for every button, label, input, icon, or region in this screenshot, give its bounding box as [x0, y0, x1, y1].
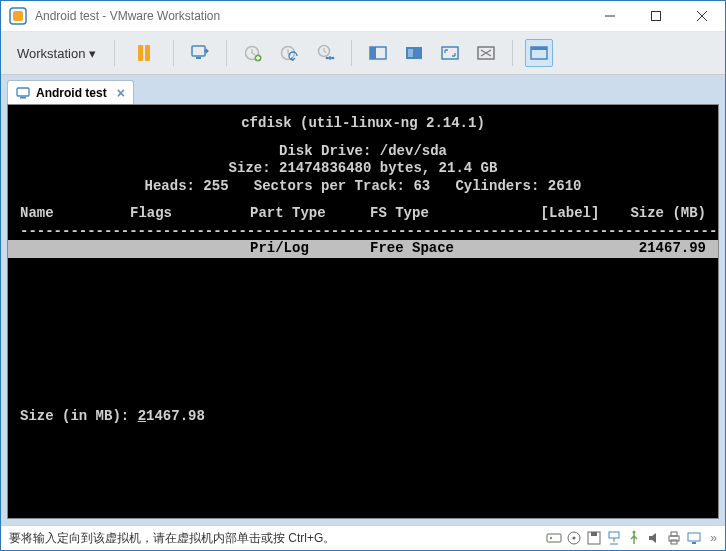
view-unity-button[interactable]: [472, 39, 500, 67]
separator: [351, 40, 352, 66]
close-button[interactable]: [679, 1, 725, 31]
svg-rect-7: [196, 57, 201, 59]
svg-point-25: [550, 537, 552, 539]
disk-size-line: Size: 21474836480 bytes, 21.4 GB: [8, 160, 718, 178]
svg-point-13: [332, 57, 335, 60]
tray-chevron-icon[interactable]: »: [710, 531, 717, 545]
view-single-icon: [368, 43, 388, 63]
statusbar: 要将输入定向到该虚拟机，请在虚拟机内部单击或按 Ctrl+G。 »: [1, 525, 725, 550]
separator: [114, 40, 115, 66]
tab-android-test[interactable]: Android test ×: [7, 80, 134, 104]
svg-rect-21: [531, 47, 547, 50]
clock-tree-icon: [315, 43, 335, 63]
terminal-container: cfdisk (util-linux-ng 2.14.1) Disk Drive…: [1, 104, 725, 525]
col-part-type: Part Type: [250, 205, 370, 223]
device-tray: »: [546, 530, 717, 546]
vm-tab-icon: [16, 86, 30, 100]
clock-revert-icon: [279, 43, 299, 63]
svg-rect-24: [547, 534, 561, 542]
size-input-cursor: 2: [138, 408, 146, 424]
cd-icon[interactable]: [566, 530, 582, 546]
minimize-button[interactable]: [587, 1, 633, 31]
workstation-menu-label: Workstation: [17, 46, 85, 61]
svg-rect-23: [20, 97, 26, 99]
cell-size: 21467.99: [630, 240, 706, 258]
fullscreen-icon: [440, 43, 460, 63]
size-input-rest: 1467.98: [146, 408, 205, 424]
status-message: 要将输入定向到该虚拟机，请在虚拟机内部单击或按 Ctrl+G。: [9, 530, 546, 547]
disk-geom-line: Heads: 255 Sectors per Track: 63 Cylinde…: [8, 178, 718, 196]
svg-rect-33: [671, 532, 677, 536]
svg-rect-29: [591, 532, 597, 536]
partition-row-selected: Pri/Log Free Space 21467.99: [8, 240, 718, 258]
svg-rect-15: [370, 47, 376, 59]
svg-rect-1: [13, 11, 23, 21]
column-header-row: Name Flags Part Type FS Type [Label] Siz…: [8, 205, 718, 223]
disk-drive-line: Disk Drive: /dev/sda: [8, 143, 718, 161]
view-fullscreen-button[interactable]: [436, 39, 464, 67]
display-icon[interactable]: [686, 530, 702, 546]
view-single-button[interactable]: [364, 39, 392, 67]
network-icon[interactable]: [606, 530, 622, 546]
col-size: Size (MB): [630, 205, 706, 223]
cfdisk-title: cfdisk (util-linux-ng 2.14.1): [8, 115, 718, 133]
divider-line: ----------------------------------------…: [8, 223, 718, 241]
tab-close-button[interactable]: ×: [117, 85, 125, 101]
cell-part-type: Pri/Log: [250, 240, 370, 258]
monitor-send-icon: [190, 43, 210, 63]
svg-point-12: [326, 57, 329, 60]
app-icon: [9, 7, 27, 25]
svg-rect-3: [652, 12, 661, 21]
send-ctrl-alt-del-button[interactable]: [186, 39, 214, 67]
view-multimon-button[interactable]: [400, 39, 428, 67]
console-view-icon: [529, 43, 549, 63]
cell-name: [20, 240, 130, 258]
col-flags: Flags: [130, 205, 250, 223]
view-multimon-icon: [404, 43, 424, 63]
svg-point-27: [573, 537, 576, 540]
hdd-icon[interactable]: [546, 530, 562, 546]
dropdown-icon: ▾: [89, 46, 96, 61]
titlebar: Android test - VMware Workstation: [1, 1, 725, 32]
svg-rect-22: [17, 88, 29, 96]
pause-vm-button[interactable]: [127, 39, 161, 67]
tab-strip: Android test ×: [1, 75, 725, 104]
unity-icon: [476, 43, 496, 63]
cell-flags: [130, 240, 250, 258]
separator: [226, 40, 227, 66]
usb-icon[interactable]: [626, 530, 642, 546]
floppy-icon[interactable]: [586, 530, 602, 546]
size-prompt-line: Size (in MB): 21467.98: [8, 408, 718, 426]
snapshot-take-button[interactable]: [239, 39, 267, 67]
col-name: Name: [20, 205, 130, 223]
toolbar: Workstation ▾: [1, 32, 725, 75]
svg-point-31: [633, 531, 636, 534]
sound-icon[interactable]: [646, 530, 662, 546]
window-title: Android test - VMware Workstation: [35, 9, 587, 23]
pause-icon: [138, 45, 150, 61]
cell-label: [510, 240, 630, 258]
svg-rect-17: [408, 49, 413, 57]
printer-icon[interactable]: [666, 530, 682, 546]
cell-fs-type: Free Space: [370, 240, 510, 258]
workstation-menu-button[interactable]: Workstation ▾: [11, 42, 102, 65]
svg-rect-6: [192, 46, 205, 56]
size-prompt-label: Size (in MB):: [20, 408, 138, 424]
separator: [512, 40, 513, 66]
clock-plus-icon: [243, 43, 263, 63]
separator: [173, 40, 174, 66]
snapshot-revert-button[interactable]: [275, 39, 303, 67]
view-console-button[interactable]: [525, 39, 553, 67]
svg-rect-36: [692, 542, 696, 544]
snapshot-manager-button[interactable]: [311, 39, 339, 67]
svg-rect-30: [609, 532, 619, 538]
maximize-button[interactable]: [633, 1, 679, 31]
terminal-screen[interactable]: cfdisk (util-linux-ng 2.14.1) Disk Drive…: [7, 104, 719, 519]
col-fs-type: FS Type: [370, 205, 510, 223]
tab-label: Android test: [36, 86, 107, 100]
col-label: [Label]: [510, 205, 630, 223]
svg-rect-35: [688, 533, 700, 541]
